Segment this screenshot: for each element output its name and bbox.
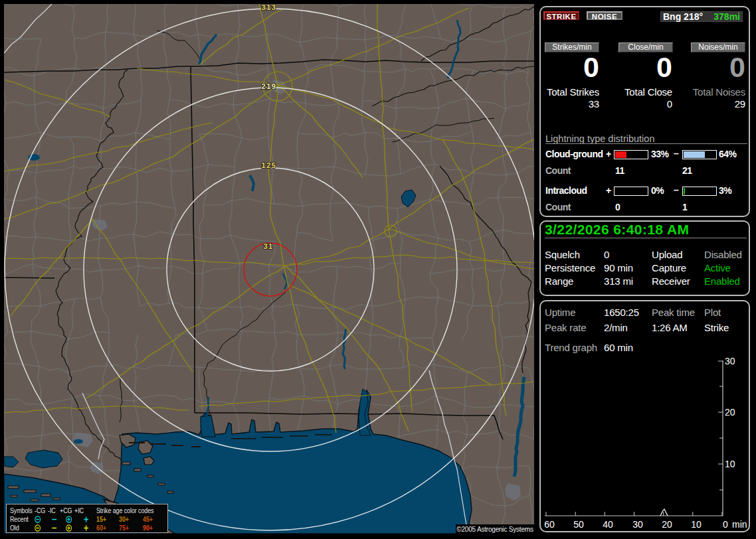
svg-text:30: 30: [725, 356, 735, 366]
svg-text:30: 30: [632, 519, 643, 530]
svg-text:10: 10: [691, 519, 702, 530]
svg-text:min: min: [732, 519, 747, 530]
svg-text:60: 60: [544, 519, 555, 530]
svg-text:50: 50: [573, 519, 584, 530]
svg-text:10: 10: [725, 459, 735, 469]
svg-text:0: 0: [723, 519, 728, 530]
svg-text:20: 20: [662, 519, 672, 530]
svg-text:40: 40: [603, 519, 613, 530]
svg-text:20: 20: [725, 407, 735, 418]
